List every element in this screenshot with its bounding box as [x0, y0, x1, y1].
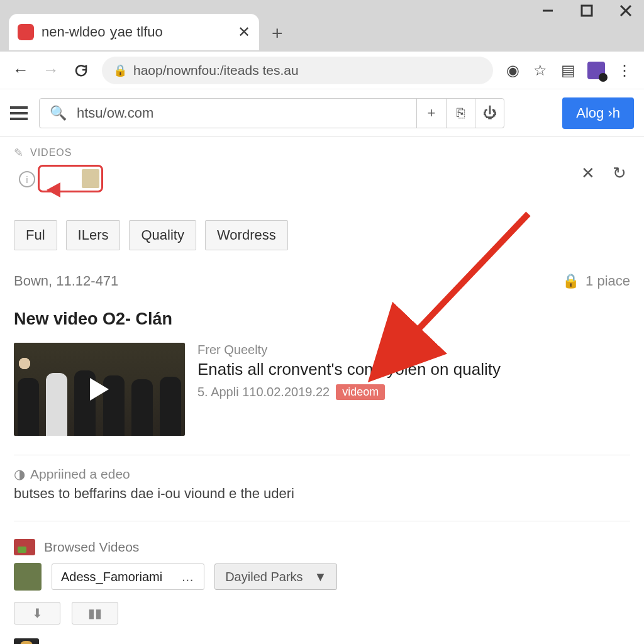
app-toolbar: 🔍 htsu/ow.com + ⎘ ⏻ Alog ›h [0, 89, 644, 137]
reload-button[interactable] [72, 61, 91, 80]
approved-text: butses to beffarins dae i-ou viound e th… [14, 486, 630, 502]
chevron-down-icon: ▼ [314, 570, 327, 584]
pencil-icon[interactable]: ✎ [14, 146, 24, 160]
lock-icon: 🔒 [113, 64, 127, 77]
address-bar: ← → 🔒 haop/nownfou:/iteads tes.au ◉ ☆ ▤ … [0, 52, 644, 89]
browser-menu-icon[interactable]: ⋮ [616, 62, 633, 79]
browser-tab[interactable]: nen-wldeo ỵae tlfuo ✕ [9, 14, 259, 50]
tab-favicon-icon [18, 24, 34, 40]
filter-ilers[interactable]: ILers [66, 220, 121, 250]
camera-icon[interactable]: ◉ [504, 62, 521, 79]
info-icon[interactable]: i [19, 171, 35, 187]
video-meta: Frer Queelty Enatis all cronvent's cone … [197, 343, 630, 436]
app-search-box[interactable]: 🔍 htsu/ow.com + ⎘ ⏻ [39, 98, 504, 128]
browsed-input-text: Adess_Famoriami [61, 570, 162, 584]
section-label-text: VIDEOS [30, 147, 72, 158]
browser-tab-strip: nen-wldeo ỵae tlfuo ✕ + [0, 0, 644, 52]
add-icon[interactable]: + [417, 99, 446, 128]
svg-rect-1 [582, 6, 592, 16]
url-text: haop/nownfou:/iteads tes.au [133, 63, 299, 78]
meta-row: Bown, 11.12-471 🔒 1 piace [14, 273, 630, 289]
video-tag: videom [336, 384, 385, 400]
tab-close-icon[interactable]: ✕ [238, 23, 250, 41]
search-icon: 🔍 [40, 105, 77, 121]
commenter-avatar[interactable] [14, 638, 39, 644]
reader-icon[interactable]: ▤ [560, 62, 576, 79]
section-heading: New video O2- Clán [14, 309, 630, 329]
thumbnail-strip: i [14, 165, 630, 196]
place-count: 1 piace [586, 273, 630, 289]
url-field[interactable]: 🔒 haop/nownfou:/iteads tes.au [102, 57, 493, 84]
callout-arrow-small-icon [47, 182, 60, 197]
filter-row: Ful ILers Quality Wordress [14, 220, 630, 250]
window-maximize-icon[interactable] [580, 4, 594, 18]
play-icon [90, 378, 109, 401]
new-tab-button[interactable]: + [272, 23, 283, 44]
tab-title: nen-wldeo ỵae tlfuo [42, 24, 233, 40]
browsed-dropdown[interactable]: Dayiled Parks ▼ [214, 564, 337, 590]
columns-button[interactable]: ▮▮ [72, 602, 118, 625]
video-thumbnail[interactable] [14, 343, 185, 436]
video-date: 5. Appli 110.02.2019.22 [197, 385, 330, 399]
filter-ful[interactable]: Ful [14, 220, 57, 250]
browsed-thumb-icon [14, 539, 35, 555]
approved-section: ◑ Appriined a edeo butses to beffarins d… [14, 467, 630, 502]
browsed-header-text: Browsed Videos [44, 540, 139, 555]
window-minimize-icon[interactable] [541, 4, 555, 18]
search-input[interactable]: htsu/ow.com [77, 105, 416, 121]
globe-icon: ◑ [14, 467, 25, 482]
browsed-section: Browsed Videos Adess_Famoriami … Dayiled… [14, 539, 630, 644]
clipboard-icon[interactable]: ⎘ [446, 99, 475, 128]
main-content: ✎ VIDEOS i Ful ILers Quality Wordress Bo… [0, 137, 644, 644]
download-button[interactable]: ⬇ [14, 602, 60, 625]
lock-icon: 🔒 [562, 273, 579, 289]
section-label: ✎ VIDEOS [14, 146, 630, 160]
power-icon[interactable]: ⏻ [475, 99, 504, 128]
filter-quality[interactable]: Quality [129, 220, 196, 250]
forward-button: → [42, 61, 60, 80]
dropdown-label: Dayiled Parks [225, 570, 303, 584]
login-button[interactable]: Alog ›h [562, 97, 634, 129]
hamburger-menu-icon[interactable] [10, 106, 28, 120]
video-item[interactable]: Frer Queelty Enatis all cronvent's cone … [14, 343, 630, 436]
filter-wordress[interactable]: Wordress [205, 220, 288, 250]
approved-label: Appriined a edeo [30, 467, 130, 482]
thank-row: Thank videag 3 ⚡Iderry [14, 638, 630, 644]
video-overline: Frer Queelty [197, 343, 630, 357]
window-close-icon[interactable] [619, 4, 633, 18]
more-icon[interactable]: … [181, 570, 195, 584]
star-icon[interactable]: ☆ [532, 62, 548, 79]
extension-icon[interactable] [587, 62, 605, 79]
meta-left: Bown, 11.12-471 [14, 273, 118, 289]
video-title[interactable]: Enatis all cronvent's cone yolen on qual… [197, 360, 630, 379]
browsed-input[interactable]: Adess_Famoriami … [52, 564, 204, 590]
back-button[interactable]: ← [11, 61, 30, 80]
user-avatar[interactable] [14, 563, 42, 591]
